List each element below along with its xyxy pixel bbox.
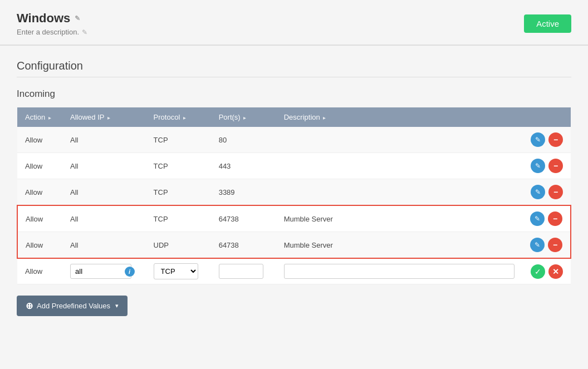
row3-description xyxy=(276,179,522,206)
row2-edit-button[interactable]: ✎ xyxy=(531,159,545,173)
col-actions-header xyxy=(522,107,571,127)
new-rule-row: Allow i TCP UDP xyxy=(17,258,571,284)
row1-remove-button[interactable]: − xyxy=(548,132,563,147)
plus-icon: ⊕ xyxy=(26,301,33,311)
sort-ip-icon: ▸ xyxy=(107,115,110,121)
row5-remove-button[interactable]: − xyxy=(548,238,562,252)
add-predefined-button[interactable]: ⊕ Add Predefined Values ▾ xyxy=(17,296,128,316)
page-title-area: Windows ✎ xyxy=(17,11,87,26)
row2-remove-button[interactable]: − xyxy=(548,159,563,173)
row5-description: Mumble Server xyxy=(276,232,522,259)
subsection-title: Incoming xyxy=(17,88,571,100)
table-row: Allow All TCP 80 ✎ − xyxy=(17,127,571,153)
row2-protocol: TCP xyxy=(146,153,211,179)
row3-remove-button[interactable]: − xyxy=(548,185,563,199)
row3-edit-button[interactable]: ✎ xyxy=(531,185,545,199)
col-ports[interactable]: Port(s) ▸ xyxy=(211,107,276,127)
row5-ip: All xyxy=(62,232,146,259)
confirm-button[interactable]: ✓ xyxy=(531,264,545,279)
row5-edit-button[interactable]: ✎ xyxy=(530,238,545,252)
row1-ports: 80 xyxy=(211,127,276,153)
row1-action: Allow xyxy=(17,127,62,153)
row2-actions: ✎ − xyxy=(522,153,571,179)
col-description[interactable]: Description ▸ xyxy=(276,107,522,127)
row1-edit-button[interactable]: ✎ xyxy=(531,132,545,147)
row5-action-icons: ✎ − xyxy=(530,238,562,252)
table-body: Allow All TCP 80 ✎ − Allow All TCP 443 xyxy=(17,127,571,284)
row5-ports: 64738 xyxy=(211,232,276,259)
row3-protocol: TCP xyxy=(146,179,211,206)
allowed-ip-wrapper: i xyxy=(70,264,138,279)
section-title: Configuration xyxy=(17,60,571,72)
table-header-row: Action ▸ Allowed IP ▸ Protocol ▸ Port(s)… xyxy=(17,107,571,127)
new-row-action: Allow xyxy=(17,258,62,284)
section-divider xyxy=(17,77,571,77)
row4-description: Mumble Server xyxy=(276,205,522,232)
row3-action: Allow xyxy=(17,179,62,206)
allowed-ip-input[interactable] xyxy=(70,264,131,279)
new-row-action-icons: ✓ ✕ xyxy=(530,264,563,279)
header-left: Windows ✎ Enter a description. ✎ xyxy=(17,11,87,36)
row3-ports: 3389 xyxy=(211,179,276,206)
row1-action-icons: ✎ − xyxy=(530,132,563,147)
row4-ports: 64738 xyxy=(211,205,276,232)
sort-ports-icon: ▸ xyxy=(243,115,246,121)
header: Windows ✎ Enter a description. ✎ Active xyxy=(0,0,588,46)
ports-input[interactable] xyxy=(219,264,263,279)
row1-protocol: TCP xyxy=(146,127,211,153)
active-button[interactable]: Active xyxy=(524,14,571,33)
row2-ip: All xyxy=(62,153,146,179)
row4-actions: ✎ − xyxy=(522,205,571,232)
page-title: Windows xyxy=(17,11,70,26)
col-allowed-ip[interactable]: Allowed IP ▸ xyxy=(62,107,146,127)
row5-action: Allow xyxy=(17,232,62,259)
row3-action-icons: ✎ − xyxy=(530,185,563,199)
description-text: Enter a description. xyxy=(17,28,79,36)
new-row-ports-cell xyxy=(211,258,276,284)
content: Configuration Incoming Action ▸ Allowed … xyxy=(0,46,588,330)
row2-description xyxy=(276,153,522,179)
row4-action: Allow xyxy=(17,205,62,232)
title-edit-icon[interactable]: ✎ xyxy=(75,14,80,22)
col-action[interactable]: Action ▸ xyxy=(17,107,62,127)
new-row-actions: ✓ ✕ xyxy=(522,258,571,284)
new-row-protocol-cell: TCP UDP xyxy=(146,258,211,284)
table-row: Allow All TCP 3389 ✎ − xyxy=(17,179,571,206)
description-input[interactable] xyxy=(284,264,514,279)
row1-ip: All xyxy=(62,127,146,153)
col-protocol[interactable]: Protocol ▸ xyxy=(146,107,211,127)
new-row-description-cell xyxy=(276,258,522,284)
row4-protocol: TCP xyxy=(146,205,211,232)
table-row-highlighted-1: Allow All TCP 64738 Mumble Server ✎ − xyxy=(17,205,571,232)
protocol-select[interactable]: TCP UDP xyxy=(154,263,198,279)
firewall-table: Action ▸ Allowed IP ▸ Protocol ▸ Port(s)… xyxy=(17,107,571,284)
sort-action-icon: ▸ xyxy=(48,115,51,121)
row4-action-icons: ✎ − xyxy=(530,211,562,226)
row2-action-icons: ✎ − xyxy=(530,159,563,173)
sort-protocol-icon: ▸ xyxy=(183,115,186,121)
cancel-button[interactable]: ✕ xyxy=(548,264,563,279)
page-description: Enter a description. ✎ xyxy=(17,28,87,36)
row4-edit-button[interactable]: ✎ xyxy=(530,211,545,226)
row4-ip: All xyxy=(62,205,146,232)
sort-desc-icon: ▸ xyxy=(323,115,326,121)
row1-actions: ✎ − xyxy=(522,127,571,153)
row3-ip: All xyxy=(62,179,146,206)
dropdown-arrow-icon: ▾ xyxy=(115,302,119,309)
new-row-ip-cell: i xyxy=(62,258,146,284)
row2-ports: 443 xyxy=(211,153,276,179)
row4-remove-button[interactable]: − xyxy=(548,211,562,226)
add-predefined-label: Add Predefined Values xyxy=(37,302,110,310)
table-row-highlighted-2: Allow All UDP 64738 Mumble Server ✎ − xyxy=(17,232,571,259)
row2-action: Allow xyxy=(17,153,62,179)
row5-actions: ✎ − xyxy=(522,232,571,259)
row1-description xyxy=(276,127,522,153)
info-icon: i xyxy=(125,267,135,277)
row3-actions: ✎ − xyxy=(522,179,571,206)
description-edit-icon[interactable]: ✎ xyxy=(82,28,87,36)
table-row: Allow All TCP 443 ✎ − xyxy=(17,153,571,179)
row5-protocol: UDP xyxy=(146,232,211,259)
